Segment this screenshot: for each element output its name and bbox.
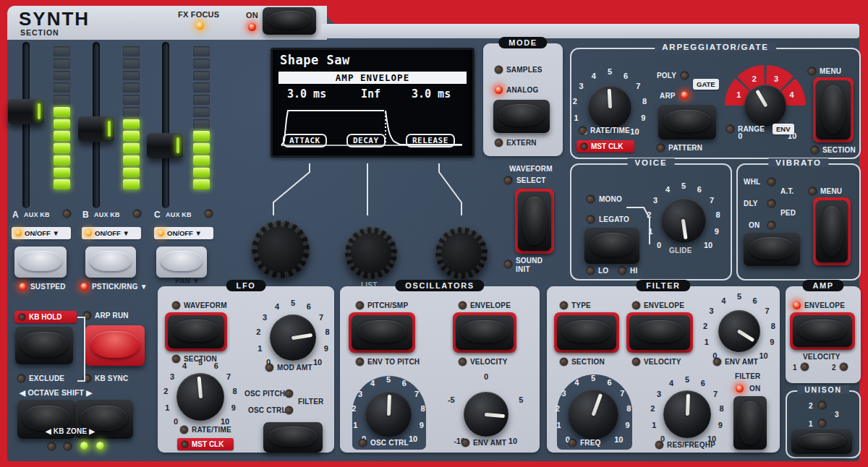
fader-cap-c[interactable] — [147, 133, 183, 158]
arp-run-button[interactable] — [85, 325, 145, 366]
aux-b-onoff-led — [85, 230, 92, 236]
vibrato-menu-led — [809, 187, 817, 195]
fader-track-a[interactable] — [22, 42, 30, 208]
osc-ctrl-label: OSC CTRL — [370, 440, 409, 447]
amp-envelope-button[interactable] — [793, 315, 852, 347]
lfo-filter-label: FILTER — [298, 398, 323, 406]
filter-freq-led — [569, 439, 576, 447]
fader-cap-b[interactable] — [78, 116, 114, 142]
arp-mst-clk-label: MST CLK — [591, 142, 623, 150]
filter-type-led — [560, 301, 568, 309]
aux-b-button[interactable] — [85, 247, 136, 278]
voice-mono-led — [587, 195, 595, 203]
mode-samples-label: SAMPLES — [506, 67, 542, 74]
lfo-osc-pitch-label: OSC PITCH — [244, 390, 285, 398]
release-value: 3.0 ms — [412, 87, 451, 100]
filter-section-led — [560, 358, 568, 366]
voice-legato-label: LEGATO — [599, 216, 629, 223]
lfo-rate-led — [180, 426, 188, 434]
voice-lo-label: LO — [598, 267, 608, 275]
arp-range-led — [726, 125, 734, 133]
aux-a-button[interactable] — [14, 247, 67, 278]
arp-rate-label: RATE/TIME — [590, 127, 630, 134]
vibrato-button[interactable] — [744, 233, 800, 266]
kb-zone-led-3 — [80, 442, 88, 450]
vibrato-at-label: A.T. — [780, 188, 794, 195]
filter-type-frame — [554, 312, 619, 353]
amp-velocity-2-label: 2 — [832, 364, 836, 372]
arp-env-box: ENV — [773, 124, 794, 134]
lfo-osc-ctrl-led — [285, 406, 293, 414]
osc-envelope-label: ENVELOPE — [470, 302, 511, 309]
kb-zone-led-4 — [96, 442, 104, 450]
decay-value: Inf — [361, 87, 380, 100]
filter-type-button[interactable] — [557, 315, 616, 350]
osc-pitch-button[interactable] — [352, 315, 412, 350]
aux-c-button[interactable] — [156, 247, 207, 278]
vibrato-on-led — [767, 221, 775, 229]
aux-a-onoff-led — [15, 230, 22, 236]
mode-samples-led — [495, 66, 503, 74]
arp-pattern-led — [657, 144, 665, 152]
arp-poly-label: POLY — [657, 72, 676, 80]
lfo-waveform-button[interactable] — [168, 315, 224, 348]
vibrato-ped-label: PED — [780, 210, 796, 217]
aux-a-onoff-button[interactable]: ON/OFF ▼ — [12, 227, 71, 239]
kb-hold-box: KB HOLD — [14, 311, 77, 323]
arp-section-button[interactable] — [816, 80, 851, 140]
waveform-select-label-2: SELECT — [516, 177, 546, 184]
aux-b-onoff-button[interactable]: ON/OFF ▼ — [82, 227, 141, 239]
arp-button[interactable] — [658, 105, 716, 140]
kb-sync-led — [83, 374, 91, 382]
filter-envelope-button[interactable] — [629, 315, 690, 350]
synth-on-button[interactable] — [263, 7, 316, 35]
osc-envelope-button[interactable] — [456, 315, 514, 350]
arp-rate-knob[interactable]: 012345678910 — [568, 65, 652, 149]
kb-sync-label: KB SYNC — [95, 375, 128, 382]
synth-panel: SYNTH SECTION FX FOCUS ON A AUX KB B AUX… — [0, 0, 868, 467]
level-meter-b — [123, 46, 140, 189]
page-subtitle: SECTION — [20, 29, 59, 37]
mode-button[interactable] — [493, 100, 550, 133]
lfo-dest-button[interactable] — [263, 422, 323, 453]
aux-c-onoff-button[interactable]: ON/OFF ▼ — [154, 227, 213, 239]
filter-envelope-frame — [626, 312, 693, 353]
unison-3-label: 3 — [835, 411, 839, 419]
attack-encoder[interactable] — [252, 220, 310, 278]
waveform-select-led — [504, 176, 512, 184]
arp-rate-led — [579, 127, 587, 134]
lfo-osc-pitch-led — [285, 390, 293, 398]
osc-pitch-frame — [349, 312, 415, 353]
page-title: SYNTH — [19, 9, 90, 28]
voice-button[interactable] — [584, 228, 639, 264]
aux-a-onoff-label: ON/OFF ▼ — [25, 229, 59, 237]
waveform-select-button[interactable] — [518, 192, 551, 251]
release-encoder[interactable] — [435, 227, 488, 279]
aux-a-label: AUX KB — [24, 212, 50, 218]
vibrato-menu-button[interactable] — [816, 200, 848, 262]
decay-encoder[interactable] — [345, 227, 397, 279]
sound-init-label-2: INIT — [516, 266, 530, 273]
arp-section-led — [811, 146, 819, 154]
arp-menu-led — [808, 67, 816, 75]
attack-softkey: ATTACK — [283, 134, 327, 147]
level-meter-c — [193, 46, 210, 189]
arp-range-knob[interactable]: 0 10 1234 — [722, 62, 809, 149]
kb-hold-button[interactable] — [15, 327, 73, 364]
lcd-display: Shape Saw AMP ENVELOPE 3.0 ms Inf 3.0 ms… — [271, 48, 475, 158]
filter-on-label-2: ON — [749, 385, 760, 393]
fader-cap-a[interactable] — [8, 99, 44, 124]
patch-name: Shape Saw — [280, 53, 350, 67]
amp-envelope-frame — [790, 312, 855, 350]
lfo-title: LFO — [226, 280, 266, 291]
aux-b-label: AUX KB — [94, 212, 120, 218]
fader-track-c[interactable] — [162, 42, 169, 208]
glide-label: GLIDE — [669, 247, 692, 254]
voice-hi-led — [618, 267, 626, 275]
mode-extern-label: EXTERN — [506, 140, 537, 147]
filter-on-button[interactable] — [733, 396, 767, 450]
top-red-band — [327, 6, 859, 24]
aux-c-onoff-label: ON/OFF ▼ — [167, 229, 202, 237]
aux-c-led — [205, 210, 213, 218]
unison-button[interactable] — [791, 429, 852, 454]
